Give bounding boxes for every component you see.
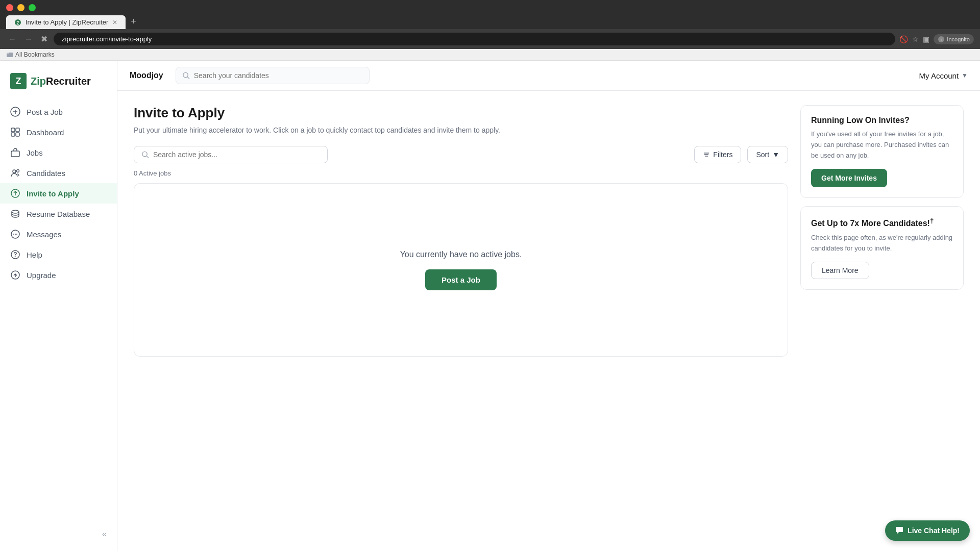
url-actions: 🚫 ☆ ▣ i Incognito — [899, 34, 974, 44]
tab-title: Invite to Apply | ZipRecruiter — [26, 18, 108, 26]
jobs-search-input[interactable] — [153, 151, 320, 159]
svg-point-22 — [15, 234, 16, 235]
sidebar-item-help-label: Help — [27, 251, 42, 259]
active-jobs-count: 0 Active jobs — [134, 169, 788, 177]
jobs-search-icon — [141, 151, 149, 159]
sidebar-logo: Z ZipRecruiter — [0, 69, 117, 102]
logo-text: ZipRecruiter — [31, 76, 91, 87]
svg-point-27 — [183, 72, 188, 77]
empty-state-text: You currently have no active jobs. — [400, 250, 522, 259]
search-filter-row: Filters Sort ▼ — [134, 146, 788, 163]
url-bar-row: ← → ✖ 🚫 ☆ ▣ i Incognito — [0, 29, 980, 49]
dashboard-icon — [10, 127, 20, 137]
sidebar-item-messages-label: Messages — [27, 230, 61, 239]
bookmarks-bar: All Bookmarks — [0, 49, 980, 61]
svg-rect-13 — [11, 133, 15, 136]
get-more-invites-button[interactable]: Get More Invites — [811, 169, 887, 187]
svg-point-23 — [16, 234, 17, 235]
svg-rect-15 — [11, 151, 19, 157]
sidebar-item-dashboard[interactable]: Dashboard — [0, 122, 117, 142]
page-content: Invite to Apply Put your ultimate hiring… — [117, 91, 980, 551]
bookmarks-folder-icon — [6, 51, 13, 58]
chat-icon — [895, 527, 903, 535]
chevron-down-icon: ▼ — [962, 72, 968, 79]
filters-label: Filters — [713, 151, 732, 159]
svg-text:Z: Z — [16, 20, 19, 26]
sidebar-item-dashboard-label: Dashboard — [27, 128, 64, 137]
sidebar-item-resume-database[interactable]: Resume Database — [0, 204, 117, 224]
jobs-card: You currently have no active jobs. Post … — [134, 183, 788, 357]
sidebar: Z ZipRecruiter Post a Job Dashboard Jobs — [0, 61, 117, 551]
logo-icon: Z — [10, 73, 27, 89]
url-input[interactable] — [54, 33, 895, 45]
invite-icon — [10, 188, 20, 198]
jobs-search-box[interactable] — [134, 146, 328, 163]
logo-zip: Zip — [31, 76, 46, 87]
learn-more-button[interactable]: Learn More — [811, 262, 869, 279]
running-low-title: Running Low On Invites? — [811, 116, 953, 125]
svg-text:Z: Z — [16, 76, 21, 86]
sort-label: Sort — [756, 151, 769, 159]
filter-icon — [703, 151, 710, 158]
sidebar-item-invite-apply[interactable]: Invite to Apply — [0, 183, 117, 204]
my-account-label: My Account — [919, 71, 959, 80]
back-button[interactable]: ← — [6, 33, 18, 46]
left-panel: Invite to Apply Put your ultimate hiring… — [134, 105, 788, 537]
more-candidates-card: Get Up to 7x More Candidates!† Check thi… — [800, 206, 964, 290]
svg-text:i: i — [941, 38, 942, 42]
right-panel: Running Low On Invites? If you've used a… — [800, 105, 964, 537]
star-icon[interactable]: ☆ — [912, 35, 919, 43]
tab-close-button[interactable]: ✕ — [112, 19, 117, 26]
sidebar-item-post-job[interactable]: Post a Job — [0, 102, 117, 122]
svg-point-16 — [13, 170, 16, 173]
database-icon — [10, 209, 20, 219]
filters-button[interactable]: Filters — [694, 146, 741, 163]
candidate-search-box[interactable] — [176, 67, 370, 84]
sidebar-item-jobs[interactable]: Jobs — [0, 142, 117, 163]
sidebar-item-jobs-label: Jobs — [27, 148, 43, 157]
window-controls — [6, 4, 974, 11]
more-candidates-title-text: Get Up to 7x More Candidates! — [811, 219, 930, 228]
main-content: Moodjoy My Account ▼ Invite to Apply Put… — [117, 61, 980, 551]
reload-button[interactable]: ✖ — [39, 32, 50, 46]
candidate-search-input[interactable] — [194, 71, 363, 80]
active-tab[interactable]: Z Invite to Apply | ZipRecruiter ✕ — [6, 15, 126, 29]
svg-line-28 — [187, 77, 189, 79]
svg-point-21 — [13, 234, 14, 235]
sort-chevron-icon: ▼ — [772, 151, 779, 159]
maximize-window-button[interactable] — [29, 4, 36, 11]
sidebar-item-candidates-label: Candidates — [27, 169, 65, 178]
search-icon — [182, 71, 190, 80]
post-job-empty-button[interactable]: Post a Job — [425, 269, 497, 290]
top-header: Moodjoy My Account ▼ — [117, 61, 980, 91]
tab-favicon: Z — [14, 19, 21, 26]
forward-button[interactable]: → — [22, 33, 35, 46]
my-account-button[interactable]: My Account ▼ — [919, 71, 968, 80]
new-tab-button[interactable]: + — [127, 14, 140, 29]
sidebar-item-messages[interactable]: Messages — [0, 224, 117, 244]
eye-slash-icon: 🚫 — [899, 35, 908, 43]
live-chat-button[interactable]: Live Chat Help! — [885, 520, 970, 541]
svg-rect-14 — [16, 133, 19, 136]
minimize-window-button[interactable] — [17, 4, 24, 11]
users-icon — [10, 168, 20, 178]
footnote-marker: † — [930, 217, 934, 224]
running-low-desc: If you've used all of your free invites … — [811, 129, 953, 161]
svg-rect-11 — [11, 128, 15, 132]
incognito-badge: i Incognito — [934, 34, 974, 44]
plus-circle-icon — [10, 107, 20, 117]
sidebar-item-upgrade[interactable]: Upgrade — [0, 265, 117, 285]
help-icon: ? — [10, 249, 20, 260]
sidebar-item-help[interactable]: ? Help — [0, 244, 117, 265]
svg-point-29 — [142, 152, 147, 156]
sort-button[interactable]: Sort ▼ — [747, 146, 788, 163]
upgrade-icon — [10, 270, 20, 280]
page-description: Put your ultimate hiring accelerator to … — [134, 125, 788, 136]
close-window-button[interactable] — [6, 4, 13, 11]
svg-point-17 — [17, 170, 19, 172]
sidebar-item-candidates[interactable]: Candidates — [0, 163, 117, 183]
incognito-label: Incognito — [947, 36, 970, 42]
split-view-icon[interactable]: ▣ — [923, 35, 929, 43]
collapse-sidebar-button[interactable]: « — [102, 530, 107, 539]
more-candidates-title: Get Up to 7x More Candidates!† — [811, 217, 953, 228]
